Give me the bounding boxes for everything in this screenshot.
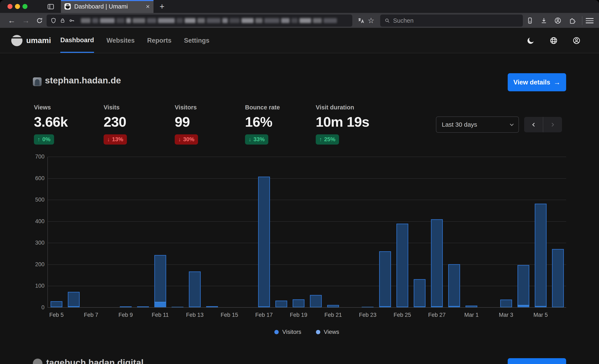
- next-view-details-button[interactable]: View details →: [508, 358, 566, 364]
- y-axis-tick-label: 100: [25, 283, 44, 289]
- next-period-button[interactable]: [543, 117, 562, 132]
- gridline: [48, 221, 566, 222]
- shield-icon[interactable]: [50, 18, 57, 24]
- visitors-bar: [535, 306, 546, 307]
- back-button[interactable]: ←: [6, 13, 18, 28]
- views-bar: [500, 300, 512, 307]
- extensions-icon[interactable]: [567, 13, 577, 28]
- chevron-right-icon: [550, 123, 554, 126]
- language-globe-icon[interactable]: [549, 36, 558, 45]
- brand[interactable]: umami: [11, 28, 51, 53]
- view-details-label: View details: [513, 79, 550, 86]
- visitors-bar: [500, 307, 512, 307]
- x-axis-tick-label: Feb 7: [84, 312, 98, 318]
- nav-item-websites[interactable]: Websites: [106, 28, 135, 53]
- metric-bounce-rate: Bounce rate 16% ↓ 33%: [245, 104, 280, 145]
- views-bar: [189, 271, 201, 307]
- nav-item-settings[interactable]: Settings: [184, 28, 210, 53]
- url-bar[interactable]: [47, 15, 352, 27]
- metric-visit-duration: Visit duration 10m 19s ↑ 25%: [316, 104, 369, 145]
- x-axis-tick-label: Feb 17: [255, 312, 273, 318]
- metric-label: Bounce rate: [245, 104, 280, 111]
- visitors-bar: [327, 307, 339, 307]
- tabs-device-icon[interactable]: [525, 13, 535, 28]
- lock-icon[interactable]: [60, 18, 66, 24]
- downloads-icon[interactable]: [539, 13, 549, 28]
- tab-close-icon[interactable]: ×: [146, 0, 150, 13]
- views-bar: [396, 224, 408, 307]
- key-icon[interactable]: [69, 18, 75, 24]
- browser-tab[interactable]: Dashboard | Umami ×: [61, 0, 153, 13]
- x-axis-tick-label: Feb 5: [49, 312, 64, 318]
- visitors-bar: [51, 307, 62, 307]
- views-bar: [535, 204, 546, 307]
- chevron-down-icon: [510, 122, 513, 126]
- new-tab-button[interactable]: +: [157, 2, 167, 11]
- search-bar[interactable]: Suchen: [380, 15, 523, 27]
- search-icon: [384, 18, 390, 24]
- forward-button[interactable]: →: [20, 13, 32, 28]
- browser-toolbar: ← →: [0, 13, 599, 28]
- account-icon[interactable]: [553, 13, 563, 28]
- visitors-bar: [120, 307, 132, 307]
- views-bar: [51, 301, 62, 307]
- x-axis-tick-label: Feb 21: [325, 312, 342, 318]
- views-bar: [154, 255, 166, 307]
- tab-bar: Dashboard | Umami × +: [0, 0, 599, 13]
- chart-legend: Visitors Views: [47, 329, 566, 335]
- visitors-bar: [258, 306, 270, 307]
- legend-item-visitors[interactable]: Visitors: [274, 329, 301, 335]
- window-minimize-button[interactable]: [15, 4, 20, 9]
- change-value: 13%: [112, 136, 123, 143]
- umami-favicon-icon: [64, 3, 71, 9]
- views-bar: [275, 301, 287, 307]
- metric-value: 10m 19s: [316, 114, 369, 130]
- arrow-down-icon: ↓: [178, 136, 181, 143]
- visitors-bar: [362, 307, 374, 307]
- y-axis-tick-label: 700: [25, 153, 44, 160]
- date-range-dropdown[interactable]: Last 30 days: [436, 116, 519, 133]
- x-axis-tick-label: Mar 3: [499, 312, 513, 318]
- visitors-bar: [414, 306, 425, 307]
- view-details-button[interactable]: View details →: [508, 73, 566, 91]
- sidebar-toggle-icon[interactable]: [46, 2, 55, 11]
- translate-icon[interactable]: [356, 13, 366, 28]
- y-axis-tick-label: 0: [25, 304, 44, 311]
- visitors-bar: [293, 307, 305, 307]
- legend-item-views[interactable]: Views: [316, 329, 339, 335]
- gridline: [48, 200, 566, 200]
- views-bar: [68, 292, 80, 307]
- visitors-bar: [154, 302, 166, 307]
- change-badge: ↓ 33%: [245, 134, 268, 145]
- nav-item-dashboard[interactable]: Dashboard: [60, 28, 94, 53]
- visitors-bar: [189, 307, 201, 307]
- visitors-bar: [379, 306, 391, 307]
- x-axis-tick-label: Feb 9: [119, 312, 133, 318]
- y-axis-tick-label: 300: [25, 240, 44, 246]
- window-zoom-button[interactable]: [22, 4, 27, 9]
- nav-item-reports[interactable]: Reports: [147, 28, 171, 53]
- profile-icon[interactable]: [572, 36, 581, 45]
- bookmark-star-icon[interactable]: ☆: [366, 13, 376, 28]
- reload-button[interactable]: [34, 13, 45, 28]
- views-bar: [448, 264, 460, 307]
- gridline: [48, 243, 566, 243]
- menu-icon[interactable]: [586, 18, 594, 23]
- y-axis-tick-label: 500: [25, 196, 44, 203]
- x-axis-tick-label: Feb 11: [152, 312, 169, 318]
- change-badge: ↑ 25%: [316, 134, 339, 145]
- browser-window: Dashboard | Umami × + ← →: [0, 0, 599, 364]
- theme-moon-icon[interactable]: [526, 36, 535, 45]
- window-close-button[interactable]: [8, 4, 12, 9]
- website-title: stephan.hadan.de: [45, 75, 121, 86]
- views-dot-icon: [316, 330, 320, 334]
- metric-value: 99: [175, 114, 198, 130]
- views-bar: [293, 299, 305, 307]
- x-axis-tick-label: Feb 15: [221, 312, 238, 318]
- app-header: umami Dashboard Websites Reports Setting…: [0, 28, 599, 53]
- x-axis-tick-label: Feb 27: [428, 312, 446, 318]
- blurred-url-text: [81, 18, 337, 23]
- x-axis-tick-label: Mar 5: [533, 312, 548, 318]
- prev-period-button[interactable]: [524, 117, 543, 132]
- arrow-down-icon: ↓: [248, 136, 251, 143]
